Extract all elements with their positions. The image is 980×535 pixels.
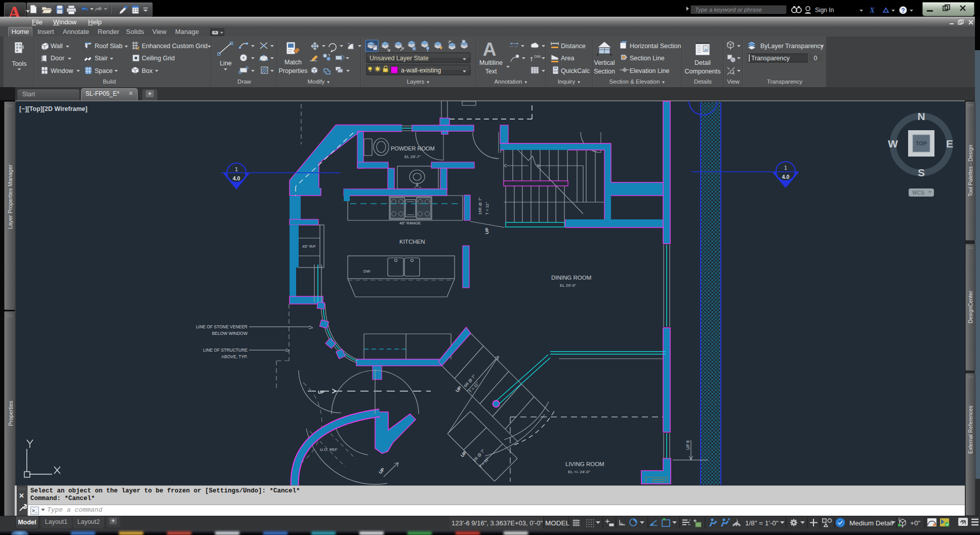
svg-text:EL 29'-0": EL 29'-0" — [560, 283, 576, 288]
svg-text:LIVING ROOM: LIVING ROOM — [565, 461, 604, 467]
svg-text:Elevation Line: Elevation Line — [630, 67, 670, 74]
svg-text:Stair: Stair — [95, 55, 108, 62]
svg-text:4.0: 4.0 — [233, 175, 240, 181]
svg-text:X: X — [869, 6, 875, 14]
svg-text:S: S — [918, 167, 925, 178]
svg-text:Area: Area — [561, 55, 574, 62]
svg-text:Door: Door — [51, 55, 64, 62]
svg-text:BELOW WINDOW: BELOW WINDOW — [212, 331, 248, 336]
svg-text:Sign In: Sign In — [815, 7, 834, 14]
svg-text:W: W — [888, 138, 898, 149]
svg-text:UP 8: UP 8 — [685, 440, 690, 450]
svg-text:16R @ 7": 16R @ 7" — [478, 197, 482, 215]
svg-text:TOP: TOP — [916, 140, 927, 146]
svg-text:UP: UP — [484, 227, 489, 234]
svg-text:Transparency: Transparency — [751, 55, 790, 62]
svg-text:T = 11": T = 11" — [478, 456, 491, 469]
svg-text:1: 1 — [235, 167, 238, 172]
svg-text:Section: Section — [594, 68, 615, 75]
svg-text:Space: Space — [95, 67, 112, 74]
svg-text:2: 2 — [898, 517, 901, 521]
svg-text:Roof Slab: Roof Slab — [95, 43, 123, 50]
svg-text:[−][Top][2D Wireframe]: [−][Top][2D Wireframe] — [19, 105, 88, 112]
svg-text:DIM: DIM — [534, 55, 541, 58]
svg-text:ABOVE, TYP.: ABOVE, TYP. — [221, 354, 248, 359]
svg-text:Distance: Distance — [561, 43, 586, 50]
svg-text:1/8" = 1'-0": 1/8" = 1'-0" — [745, 519, 779, 527]
svg-text:MODEL: MODEL — [545, 519, 570, 527]
svg-text:Tools: Tools — [12, 60, 26, 67]
svg-text:UP: UP — [460, 450, 468, 458]
svg-text:45" R/F: 45" R/F — [302, 244, 316, 249]
svg-text:N: N — [917, 110, 925, 122]
svg-text:QuickCalc: QuickCalc — [561, 67, 590, 74]
svg-text:UP: UP — [378, 467, 386, 475]
svg-text:+0": +0" — [910, 519, 920, 527]
svg-text:U.O. REF: U.O. REF — [320, 447, 338, 452]
svg-text:?: ? — [901, 7, 905, 14]
svg-text:EL 29'-7": EL 29'-7" — [404, 155, 421, 159]
svg-text:46" RANGE: 46" RANGE — [399, 221, 421, 225]
svg-text:E: E — [946, 138, 953, 149]
svg-text:WCS: WCS — [912, 190, 924, 196]
svg-text:a-wall-existing: a-wall-existing — [401, 67, 441, 74]
svg-text:LINE OF STRUCTURE: LINE OF STRUCTURE — [203, 348, 248, 353]
svg-text:Multiline: Multiline — [479, 59, 503, 66]
svg-text:UP: UP — [455, 385, 463, 393]
svg-text:Properties: Properties — [279, 67, 308, 74]
svg-text:Ceiling Grid: Ceiling Grid — [142, 55, 175, 62]
svg-text:Medium Detail: Medium Detail — [849, 519, 893, 527]
svg-text:KITCHEN: KITCHEN — [399, 239, 425, 245]
svg-text:Enhanced Custom Grid: Enhanced Custom Grid — [142, 43, 208, 50]
svg-text:4.0: 4.0 — [782, 174, 790, 180]
svg-text:Section Line: Section Line — [630, 55, 665, 62]
svg-text:UP: UP — [318, 390, 324, 395]
svg-text:POWDER ROOM: POWDER ROOM — [391, 145, 435, 151]
svg-text:DW: DW — [363, 269, 371, 274]
svg-text:0: 0 — [814, 55, 818, 62]
svg-text:123'-6 9/16", 3.3637E+03, 0'-0: 123'-6 9/16", 3.3637E+03, 0'-0" — [452, 519, 543, 527]
svg-text:Box: Box — [142, 67, 153, 74]
svg-text:EL +/- 24'-0": EL +/- 24'-0" — [568, 470, 590, 474]
svg-text:Unsaved Layer State: Unsaved Layer State — [370, 55, 429, 62]
svg-text:Wall: Wall — [51, 43, 63, 50]
svg-text:Line: Line — [220, 60, 232, 67]
svg-text:T = 11": T = 11" — [485, 202, 489, 215]
svg-text:Text: Text — [485, 68, 497, 75]
svg-text:Window: Window — [51, 67, 73, 74]
svg-text:Detail: Detail — [695, 59, 711, 66]
svg-text:Horizontal Section: Horizontal Section — [630, 43, 681, 50]
svg-text:A: A — [483, 39, 497, 60]
svg-text:Match: Match — [284, 59, 302, 66]
svg-text:DINING ROOM: DINING ROOM — [551, 275, 591, 281]
svg-text:Components: Components — [685, 68, 721, 75]
svg-text:LINE OF STONE VENEER: LINE OF STONE VENEER — [196, 324, 248, 329]
svg-text:1: 1 — [784, 165, 787, 171]
svg-text:ByLayer Transparency: ByLayer Transparency — [760, 43, 824, 50]
svg-text:Vertical: Vertical — [594, 59, 615, 66]
